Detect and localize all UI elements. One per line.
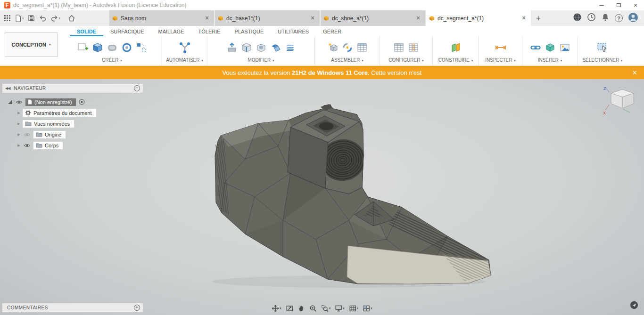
combine-button[interactable] <box>269 41 282 54</box>
group-configurer-dropdown[interactable]: CONFIGURER ▾ <box>388 57 424 64</box>
save-button[interactable] <box>26 12 37 24</box>
doc-tab-close-icon[interactable]: ✕ <box>414 15 422 21</box>
expand-arrow-icon[interactable]: ▶ <box>16 133 22 137</box>
tab-surfacique[interactable]: SURFACIQUE <box>103 28 151 36</box>
named-views-chip[interactable]: Vues nommées <box>23 120 74 128</box>
tree-item-document-settings[interactable]: ▶ Paramètres du document <box>2 107 143 118</box>
mesh-model-canvas[interactable] <box>207 103 500 291</box>
visibility-eye-icon[interactable] <box>16 100 23 105</box>
visibility-eye-off-icon[interactable] <box>24 132 31 137</box>
new-component-button[interactable] <box>326 41 339 54</box>
tree-item-named-views[interactable]: ▶ Vues nommées <box>2 118 143 129</box>
extensions-button[interactable] <box>573 13 582 24</box>
document-settings-chip[interactable]: Paramètres du document <box>23 109 96 117</box>
bom-table-button[interactable] <box>355 41 369 54</box>
zoom-button[interactable] <box>307 304 319 313</box>
tab-solide[interactable]: SOLIDE <box>70 28 103 36</box>
measure-button[interactable] <box>493 41 508 54</box>
expand-arrow-icon[interactable]: ▶ <box>16 144 22 147</box>
expand-arrow-icon[interactable]: ▶ <box>16 122 22 126</box>
joint-button[interactable] <box>341 41 354 54</box>
expand-arrow-icon[interactable]: ▶ <box>16 111 22 115</box>
automate-button[interactable] <box>177 40 192 55</box>
tree-item-root[interactable]: (Non enregistré) <box>2 97 143 107</box>
banner-close-icon[interactable]: ✕ <box>632 66 637 79</box>
press-pull-button[interactable] <box>225 41 239 54</box>
tree-item-bodies[interactable]: ▶ Corps <box>2 140 143 151</box>
comments-expand-icon[interactable]: + <box>134 305 140 311</box>
select-button[interactable] <box>595 40 610 55</box>
display-settings-button[interactable]: ▾ <box>333 304 347 313</box>
activate-component-icon[interactable] <box>79 99 85 105</box>
minimize-button[interactable] <box>593 0 610 10</box>
viewports-button[interactable]: ▾ <box>361 304 374 313</box>
doc-tab-dc-segment-a[interactable]: dc_segment_a*(1) ✕ <box>426 10 531 26</box>
feedback-button[interactable] <box>630 301 638 311</box>
grid-snap-button[interactable]: ▾ <box>347 304 361 313</box>
bodies-chip[interactable]: Corps <box>33 142 63 149</box>
group-automatiser-dropdown[interactable]: AUTOMATISER ▾ <box>166 57 203 64</box>
viewcube-z-label: Z <box>603 86 606 91</box>
config-table-icon <box>393 42 405 53</box>
group-inserer-dropdown[interactable]: INSÉRER ▾ <box>538 57 562 64</box>
notifications-button[interactable] <box>601 13 610 24</box>
tab-utilitaires[interactable]: UTILITAIRES <box>271 28 316 36</box>
orbit-button[interactable]: ▾ <box>270 304 283 313</box>
group-inspecter-dropdown[interactable]: INSPECTER ▾ <box>485 57 516 64</box>
new-tab-button[interactable]: + <box>532 10 545 26</box>
undo-button[interactable] <box>37 12 49 24</box>
comments-header[interactable]: COMMENTAIRES + <box>2 303 143 313</box>
root-document-chip[interactable]: (Non enregistré) <box>25 98 76 106</box>
collapse-panel-icon[interactable]: ◀◀ <box>2 86 13 90</box>
insert-mesh-button[interactable] <box>544 41 557 54</box>
create-sketch-button[interactable] <box>76 41 90 54</box>
fillet-button[interactable] <box>240 41 253 54</box>
create-form-button[interactable] <box>106 41 119 54</box>
doc-tab-close-icon[interactable]: ✕ <box>308 15 317 21</box>
origin-chip[interactable]: Origine <box>33 131 66 138</box>
navigator-collapse-icon[interactable]: − <box>134 85 140 91</box>
tab-gerer[interactable]: GÉRER <box>316 28 348 36</box>
job-status-button[interactable] <box>587 13 596 24</box>
doc-tab-close-icon[interactable]: ✕ <box>520 15 528 21</box>
maximize-button[interactable] <box>610 0 627 10</box>
viewcube[interactable]: Z X <box>603 86 640 123</box>
doc-tab-close-icon[interactable]: ✕ <box>203 15 211 21</box>
tab-maillage[interactable]: MAILLAGE <box>151 28 191 36</box>
navigator-header[interactable]: ◀◀ NAVIGATEUR − <box>2 83 143 93</box>
viewport[interactable]: ◀◀ NAVIGATEUR − (Non enregistré) ▶ Param… <box>0 79 644 315</box>
file-menu-button[interactable]: ▾ <box>13 12 26 24</box>
doc-tab-dc-shoe-a[interactable]: dc_shoe_a*(1) ✕ <box>321 10 425 26</box>
pan-button[interactable] <box>296 304 307 313</box>
insert-image-button[interactable] <box>558 41 571 54</box>
offset-faces-button[interactable] <box>284 41 297 54</box>
tab-tolerie[interactable]: TÔLERIE <box>191 28 228 36</box>
zoom-window-button[interactable]: ▾ <box>319 304 333 313</box>
shell-button[interactable] <box>255 41 268 54</box>
doc-tab-dc-base1[interactable]: dc_base1*(1) ✕ <box>215 10 320 26</box>
configuration-column-button[interactable] <box>407 41 420 54</box>
doc-tab-sans-nom[interactable]: Sans nom ✕ <box>109 10 214 26</box>
help-button[interactable]: ? <box>615 14 623 22</box>
group-construire-dropdown[interactable]: CONSTRUIRE ▾ <box>438 57 473 64</box>
group-selectionner-dropdown[interactable]: SÉLECTIONNER ▾ <box>582 57 622 64</box>
look-at-button[interactable] <box>284 304 295 313</box>
avatar[interactable] <box>628 12 638 24</box>
group-assembler-dropdown[interactable]: ASSEMBLER ▾ <box>331 57 363 64</box>
insert-link-button[interactable] <box>529 41 542 54</box>
create-revolve-button[interactable] <box>120 41 133 54</box>
group-creer-dropdown[interactable]: CRÉER ▾ <box>102 57 122 64</box>
close-button[interactable]: ✕ <box>627 0 644 10</box>
app-grid-button[interactable] <box>2 12 13 24</box>
create-pattern-button[interactable] <box>135 41 148 54</box>
tab-plastique[interactable]: PLASTIQUE <box>228 28 271 36</box>
home-view-button[interactable] <box>66 12 77 24</box>
construction-plane-button[interactable] <box>449 41 463 54</box>
visibility-eye-icon[interactable] <box>24 143 31 148</box>
workspace-selector[interactable]: CONCEPTION ▾ <box>5 32 58 57</box>
create-box-button[interactable] <box>91 41 104 54</box>
tree-item-origin[interactable]: ▶ Origine <box>2 129 143 140</box>
redo-button[interactable]: ▾ <box>49 12 63 24</box>
group-modifier-dropdown[interactable]: MODIFIER ▾ <box>248 57 274 64</box>
configuration-table-button[interactable] <box>392 41 405 54</box>
